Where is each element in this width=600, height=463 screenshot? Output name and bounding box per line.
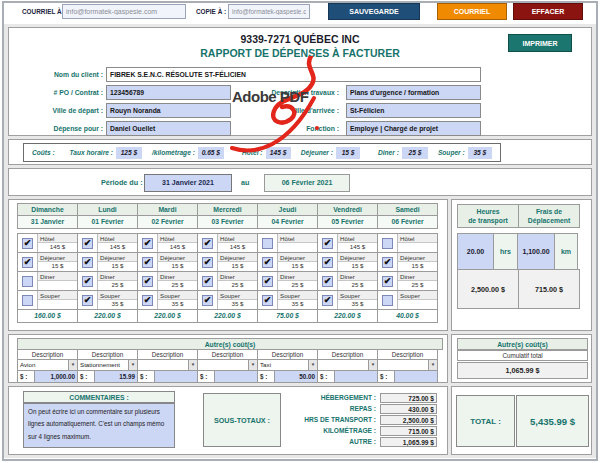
description-dropdown[interactable]: ▼ — [137, 360, 198, 371]
commentaires-field[interactable]: On peut écrire ici un commentaire sur pl… — [23, 403, 175, 448]
rate-value-field[interactable]: 25 $ — [402, 147, 428, 159]
amount-field[interactable] — [335, 371, 377, 382]
amount-field[interactable]: 15.99 — [95, 371, 137, 382]
expense-checkbox[interactable]: ✔ — [322, 295, 333, 306]
day-name: Lundi — [77, 203, 138, 216]
courriel-a-input[interactable] — [62, 4, 186, 19]
expense-block: ✔Hôtel145 $✔Déjeuner15 $✔Diner25 $✔Soupe… — [137, 233, 198, 323]
amount-field[interactable] — [155, 371, 197, 382]
amount-field[interactable]: 1,000.00 — [35, 371, 77, 382]
expense-checkbox[interactable]: ✔ — [202, 238, 213, 249]
expense-checkbox[interactable]: ✔ — [142, 257, 153, 268]
dropdown-value: Taxi — [258, 360, 308, 370]
rate-value-field[interactable]: 0.65 $ — [198, 147, 224, 159]
imprimer-button[interactable]: IMPRIMER — [508, 34, 572, 52]
expense-checkbox[interactable]: ✔ — [142, 295, 153, 306]
expense-checkbox[interactable]: ✔ — [202, 276, 213, 287]
transport-headers: Heures de transport Frais de Déplacement — [457, 204, 580, 228]
expense-amount: 25 $ — [338, 281, 377, 290]
sous-total-label: KILOMÉTRAGE : — [297, 427, 380, 434]
description-dropdown[interactable]: Avion▼ — [17, 360, 78, 371]
expense-checkbox[interactable]: ✔ — [262, 276, 273, 287]
rate-label: /kilométrage : — [152, 149, 195, 156]
expense-cell: ✔Diner25 $ — [377, 272, 438, 291]
expense-cell: ✔Diner25 $ — [317, 272, 378, 291]
depense-pour-field[interactable]: Daniel Ouellet — [106, 121, 231, 136]
fonction-field[interactable]: Employé | Chargé de projet — [346, 121, 481, 136]
amount-field[interactable] — [215, 371, 257, 382]
dropdown-arrow-icon[interactable]: ▼ — [368, 360, 377, 370]
dropdown-arrow-icon[interactable]: ▼ — [308, 360, 317, 370]
ville-arrivee-field[interactable]: St-Félicien — [346, 103, 481, 118]
autres-couts-grid: DescriptionAvion▼$ :1,000.00DescriptionS… — [17, 349, 438, 383]
expense-checkbox[interactable]: ✔ — [142, 276, 153, 287]
amount-field[interactable]: 50.00 — [275, 371, 317, 382]
expense-checkbox[interactable]: ✔ — [202, 257, 213, 268]
expense-right: Souper35 $ — [97, 291, 137, 309]
expense-checkbox[interactable] — [262, 238, 273, 249]
km-input[interactable]: 1,100.00 — [517, 233, 555, 270]
description-dropdown[interactable]: Taxi▼ — [257, 360, 318, 371]
description-travaux-field[interactable]: Plans d'urgence / formation — [346, 85, 481, 100]
description-header: Description — [77, 349, 138, 360]
expense-cell: ✔Hôtel145 $ — [137, 234, 198, 253]
rate-value-field[interactable]: 15 $ — [336, 147, 360, 159]
periode-to-field: 06 Février 2021 — [264, 174, 350, 192]
ville-depart-field[interactable]: Rouyn Noranda — [106, 103, 231, 118]
company-name: 9339-7271 QUÉBEC INC — [9, 33, 591, 45]
expense-checkbox[interactable] — [382, 238, 393, 249]
dropdown-arrow-icon[interactable]: ▼ — [248, 360, 257, 370]
expense-checkbox[interactable] — [382, 295, 393, 306]
expense-checkbox[interactable]: ✔ — [202, 295, 213, 306]
copie-a-input[interactable] — [228, 4, 310, 19]
expense-checkbox[interactable]: ✔ — [262, 295, 273, 306]
expense-checkbox[interactable]: ✔ — [82, 257, 93, 268]
dropdown-arrow-icon[interactable]: ▼ — [128, 360, 137, 370]
expense-checkbox[interactable]: ✔ — [382, 276, 393, 287]
expense-checkbox[interactable]: ✔ — [382, 257, 393, 268]
expense-label: Déjeuner — [218, 253, 257, 262]
po-contrat-field[interactable]: 123456789 — [106, 85, 231, 100]
expense-checkbox[interactable]: ✔ — [322, 257, 333, 268]
expense-amount — [278, 243, 317, 252]
expense-checkbox[interactable]: ✔ — [82, 238, 93, 249]
expense-checkbox[interactable] — [22, 295, 33, 306]
description-dropdown[interactable]: Stationnement▼ — [77, 360, 138, 371]
expense-checkbox[interactable]: ✔ — [322, 238, 333, 249]
checkbox-zone: ✔ — [78, 291, 97, 309]
rate-value-field[interactable]: 35 $ — [468, 147, 492, 159]
rate-value-field[interactable]: 145 $ — [266, 147, 291, 159]
periode-from-field[interactable]: 31 Janvier 2021 — [144, 174, 232, 192]
description-dropdown[interactable]: ▼ — [377, 360, 438, 371]
effacer-button[interactable]: EFFACER — [513, 3, 583, 20]
au-label: au — [241, 169, 249, 197]
amount-field[interactable] — [395, 371, 437, 382]
expense-checkbox[interactable]: ✔ — [322, 276, 333, 287]
dropdown-arrow-icon[interactable]: ▼ — [428, 360, 437, 370]
expense-checkbox[interactable]: ✔ — [82, 276, 93, 287]
amount-row: $ : — [137, 371, 198, 383]
dropdown-arrow-icon[interactable]: ▼ — [68, 360, 77, 370]
description-dropdown[interactable]: ▼ — [197, 360, 258, 371]
rate-value-field[interactable]: 125 $ — [116, 147, 142, 159]
nom-client-field[interactable]: FIBREK S.E.N.C. RÉSOLUTE ST-FÉLICIEN — [106, 67, 481, 82]
dropdown-arrow-icon[interactable]: ▼ — [188, 360, 197, 370]
description-dropdown[interactable]: ▼ — [317, 360, 378, 371]
expense-label: Hôtel — [158, 234, 197, 243]
expense-label: Déjeuner — [278, 253, 317, 262]
sauvegarde-button[interactable]: SAUVEGARDE — [328, 3, 420, 20]
expense-checkbox[interactable]: ✔ — [82, 295, 93, 306]
expense-checkbox[interactable]: ✔ — [142, 238, 153, 249]
day-column: Jeudi04 FévrierHôtel✔Déjeuner15 $✔Diner2… — [257, 203, 318, 323]
dropdown-value — [318, 360, 368, 370]
hours-input[interactable]: 20.00 — [457, 233, 494, 270]
expense-checkbox[interactable]: ✔ — [22, 257, 33, 268]
courriel-button[interactable]: COURRIEL — [437, 3, 507, 20]
expense-checkbox[interactable]: ✔ — [22, 238, 33, 249]
expense-right: Diner25 $ — [277, 272, 317, 290]
couts-label: Coûts : — [32, 149, 62, 156]
expense-checkbox[interactable] — [22, 276, 33, 287]
expense-cell: ✔Diner25 $ — [137, 272, 198, 291]
expense-checkbox[interactable]: ✔ — [262, 257, 273, 268]
frais-deplacement-header: Frais de Déplacement — [518, 204, 580, 228]
